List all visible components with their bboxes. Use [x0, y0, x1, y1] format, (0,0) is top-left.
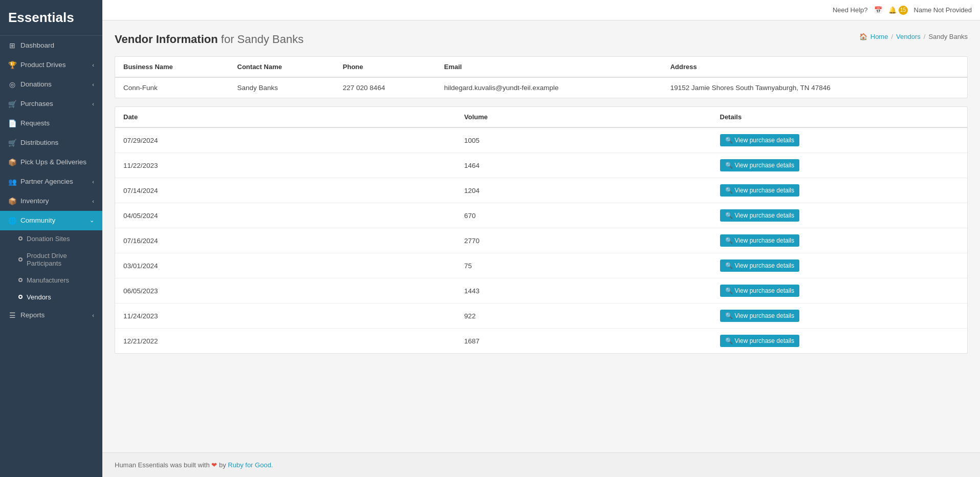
purchase-details-cell: 🔍 View purchase details: [712, 329, 968, 354]
search-icon: 🔍: [725, 212, 733, 219]
breadcrumb-home-link[interactable]: Home: [870, 33, 888, 40]
search-icon: 🔍: [725, 137, 733, 144]
col-date: Date: [115, 107, 456, 127]
donations-icon: ◎: [8, 80, 16, 89]
view-purchase-details-button[interactable]: 🔍 View purchase details: [720, 335, 800, 347]
view-purchase-details-button[interactable]: 🔍 View purchase details: [720, 285, 800, 297]
purchase-details-cell: 🔍 View purchase details: [712, 203, 968, 228]
purchase-volume: 1204: [456, 178, 712, 203]
view-purchase-details-button[interactable]: 🔍 View purchase details: [720, 234, 800, 247]
sidebar-item-requests[interactable]: 📄 Requests: [0, 114, 102, 133]
pickups-icon: 📦: [8, 158, 16, 166]
table-row: 03/01/2024 75 🔍 View purchase details: [115, 253, 967, 278]
purchase-details-cell: 🔍 View purchase details: [712, 127, 968, 153]
partner-agencies-icon: 👥: [8, 178, 16, 186]
col-phone: Phone: [335, 57, 436, 77]
purchase-details-cell: 🔍 View purchase details: [712, 253, 968, 278]
col-business-name: Business Name: [115, 57, 229, 77]
view-purchase-details-button[interactable]: 🔍 View purchase details: [720, 209, 800, 222]
sidebar-item-dashboard[interactable]: ⊞ Dashboard: [0, 36, 102, 55]
footer-text-after: by: [219, 461, 226, 469]
sidebar-item-donations[interactable]: ◎ Donations ‹: [0, 75, 102, 94]
breadcrumb-sep: /: [891, 33, 893, 40]
chevron-right-icon: ‹: [92, 81, 94, 88]
table-row: 07/16/2024 2770 🔍 View purchase details: [115, 228, 967, 253]
purchases-icon: 🛒: [8, 100, 16, 108]
sidebar-item-manufacturers[interactable]: Manufacturers: [0, 272, 102, 289]
sidebar-item-partner-agencies[interactable]: 👥 Partner Agencies ‹: [0, 172, 102, 191]
calendar-icon[interactable]: 📅: [874, 6, 882, 14]
breadcrumb-sep: /: [924, 33, 926, 40]
page-header: Vendor Information for Sandy Banks 🏠 Hom…: [115, 33, 968, 46]
table-row: 11/24/2023 922 🔍 View purchase details: [115, 303, 967, 329]
inventory-icon: 📦: [8, 197, 16, 205]
view-purchase-details-button[interactable]: 🔍 View purchase details: [720, 134, 800, 146]
sidebar-item-purchases[interactable]: 🛒 Purchases ‹: [0, 94, 102, 114]
circle-icon: [18, 278, 23, 282]
distributions-icon: 🛒: [8, 139, 16, 147]
sidebar-item-inventory[interactable]: 📦 Inventory ‹: [0, 191, 102, 211]
vendor-email: hildegard.kuvalis@yundt-feil.example: [436, 77, 662, 98]
purchase-date: 07/14/2024: [115, 178, 456, 203]
view-purchase-details-button[interactable]: 🔍 View purchase details: [720, 259, 800, 272]
vendor-contact-name: Sandy Banks: [229, 77, 335, 98]
chevron-down-icon: ⌄: [90, 217, 94, 224]
sidebar-item-reports[interactable]: ☰ Reports ‹: [0, 306, 102, 325]
top-bar: ≡ Need Help? 📅 🔔 15 Name Not Provided: [0, 0, 980, 20]
table-row: 07/29/2024 1005 🔍 View purchase details: [115, 127, 967, 153]
breadcrumb-vendors-link[interactable]: Vendors: [896, 33, 921, 40]
sidebar-item-donation-sites[interactable]: Donation Sites: [0, 230, 102, 247]
purchase-details-cell: 🔍 View purchase details: [712, 228, 968, 253]
table-row: 07/14/2024 1204 🔍 View purchase details: [115, 178, 967, 203]
purchase-date: 07/16/2024: [115, 228, 456, 253]
table-row: 12/21/2022 1687 🔍 View purchase details: [115, 329, 967, 354]
purchase-volume: 1443: [456, 278, 712, 303]
community-icon: 🌐: [8, 216, 16, 225]
sidebar-item-product-drive-participants[interactable]: Product Drive Participants: [0, 247, 102, 272]
breadcrumb-current: Sandy Banks: [928, 33, 968, 40]
ruby-for-good-link[interactable]: Ruby for Good.: [228, 461, 273, 469]
footer: Human Essentials was built with ❤ by Rub…: [102, 452, 980, 477]
col-address: Address: [662, 57, 967, 77]
view-purchase-details-button[interactable]: 🔍 View purchase details: [720, 310, 800, 322]
chevron-right-icon: ‹: [92, 101, 94, 107]
view-purchase-details-button[interactable]: 🔍 View purchase details: [720, 159, 800, 171]
purchase-date: 04/05/2024: [115, 203, 456, 228]
vendor-info-table: Business Name Contact Name Phone Email A…: [115, 57, 967, 98]
chevron-right-icon: ‹: [92, 198, 94, 204]
purchase-volume: 670: [456, 203, 712, 228]
purchase-volume: 2770: [456, 228, 712, 253]
purchase-volume: 75: [456, 253, 712, 278]
vendor-info-card: Business Name Contact Name Phone Email A…: [115, 56, 968, 98]
footer-text-before: Human Essentials was built with: [115, 461, 210, 469]
circle-icon: [18, 257, 23, 262]
col-contact-name: Contact Name: [229, 57, 335, 77]
view-purchase-details-button[interactable]: 🔍 View purchase details: [720, 184, 800, 197]
circle-active-icon: [18, 295, 23, 299]
circle-icon: [18, 236, 23, 241]
purchase-date: 03/01/2024: [115, 253, 456, 278]
sidebar-item-distributions[interactable]: 🛒 Distributions: [0, 133, 102, 153]
sidebar-item-community[interactable]: 🌐 Community ⌄: [0, 211, 102, 230]
vendor-business-name: Conn-Funk: [115, 77, 229, 98]
purchase-details-cell: 🔍 View purchase details: [712, 278, 968, 303]
table-row: 06/05/2023 1443 🔍 View purchase details: [115, 278, 967, 303]
purchase-volume: 1687: [456, 329, 712, 354]
table-row: 04/05/2024 670 🔍 View purchase details: [115, 203, 967, 228]
notifications-icon[interactable]: 🔔 15: [888, 6, 908, 15]
col-email: Email: [436, 57, 662, 77]
search-icon: 🔍: [725, 187, 733, 194]
dashboard-icon: ⊞: [8, 41, 16, 50]
sidebar-item-product-drives[interactable]: 🏆 Product Drives ‹: [0, 55, 102, 75]
sidebar-item-vendors[interactable]: Vendors: [0, 289, 102, 306]
purchase-volume: 1005: [456, 127, 712, 153]
need-help-link[interactable]: Need Help?: [833, 6, 868, 14]
purchase-date: 11/22/2023: [115, 153, 456, 178]
heart-icon: ❤: [211, 461, 217, 469]
purchase-date: 06/05/2023: [115, 278, 456, 303]
search-icon: 🔍: [725, 287, 733, 294]
chevron-right-icon: ‹: [92, 179, 94, 185]
sidebar-item-pickups[interactable]: 📦 Pick Ups & Deliveries: [0, 153, 102, 172]
purchase-volume: 922: [456, 303, 712, 329]
vendor-info-row: Conn-Funk Sandy Banks 227 020 8464 hilde…: [115, 77, 967, 98]
